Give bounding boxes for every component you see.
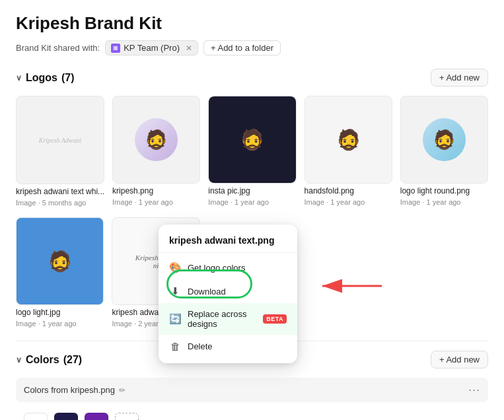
color-swatch-purple[interactable] [85,413,108,420]
context-menu-title: kripesh adwani text.png [159,230,297,253]
page-title: Kripesh Brand Kit [16,13,488,34]
menu-label-get-logo-colors: Get logo colors [188,263,245,273]
dark-bg-visual: 🧔 [209,96,295,183]
list-item[interactable]: Kripesh Adwani kripesh adwani text whi..… [16,96,104,207]
logo-meta-2: Image · 1 year ago [112,198,200,206]
menu-item-delete[interactable]: 🗑 Delete [159,335,297,358]
logos-add-new-button[interactable]: + Add new [431,69,488,87]
palette-icon: 🎨 [169,262,181,273]
menu-label-replace: Replace across designs [188,309,254,329]
logo-thumb-4: 🧔 [305,96,392,184]
logo-name-5: logo light round.png [400,186,488,195]
team-tag-label: KP Team (Pro) [124,43,180,53]
colors-chevron-icon[interactable]: ∨ [16,355,22,365]
logo-meta-6: Image · 1 year ago [16,320,104,328]
logo-thumb-3: 🧔 [208,96,296,184]
logo-meta-1: Image · 5 months ago [16,199,104,207]
add-color-button[interactable]: + [115,413,139,420]
logo-meta-4: Image · 1 year ago [305,198,392,206]
logo-thumb-1: Kripesh Adwani [16,96,104,184]
menu-label-delete: Delete [188,341,213,351]
colors-from-label: Colors from kripesh.png ✏ [24,385,126,395]
beta-badge: BETA [263,314,287,324]
menu-label-download: Download [188,287,226,297]
logo-thumb-5: 🧔 [400,96,488,184]
logo-meta-3: Image · 1 year ago [208,198,296,206]
replace-icon: 🔄 [169,313,181,325]
team-tag[interactable]: ▦ KP Team (Pro) ✕ [105,40,198,55]
menu-item-get-logo-colors[interactable]: 🎨 Get logo colors [159,256,297,279]
pencil-icon[interactable]: ✏ [119,386,126,395]
logos-section-header: ∨ Logos (7) + Add new [16,69,488,87]
text-logo-visual: Kripesh Adwani [36,134,85,147]
shared-bar: Brand Kit shared with: ▦ KP Team (Pro) ✕… [16,40,488,55]
trash-icon: 🗑 [169,341,181,352]
logos-chevron-icon[interactable]: ∨ [16,73,22,83]
person-icon: 🧔 [240,128,264,151]
list-item[interactable]: 🧔 handsfold.png Image · 1 year ago [305,96,392,207]
color-swatch-darkblue[interactable] [54,413,78,420]
logos-count: (7) [61,72,75,84]
team-icon: ▦ [111,44,120,53]
add-to-folder-button[interactable]: + Add to a folder [203,40,281,55]
colors-title-text: Colors [26,354,59,366]
colors-add-new-button[interactable]: + Add new [431,351,488,368]
colors-count: (27) [63,354,82,366]
download-icon: ⬇ [169,285,181,297]
menu-item-replace[interactable]: 🔄 Replace across designs BETA [159,303,297,335]
logos-grid-row1: Kripesh Adwani kripesh adwani text whi..… [16,96,488,207]
shared-label: Brand Kit shared with: [16,43,100,53]
logo-thumb-6: 🧔 [16,217,104,305]
colors-from-bar: Colors from kripesh.png ✏ ··· [16,378,488,402]
list-item[interactable]: 🧔 insta pic.jpg Image · 1 year ago [208,96,296,207]
colors-section-title: ∨ Colors (27) [16,354,82,366]
list-item[interactable]: 🧔 logo light.jpg Image · 1 year ago [16,217,104,328]
color-swatches: + [16,409,488,420]
more-options-button[interactable]: ··· [468,383,480,397]
team-tag-close[interactable]: ✕ [186,44,192,53]
logo-name-6: logo light.jpg [16,308,104,317]
context-menu: kripesh adwani text.png 🎨 Get logo color… [159,225,297,363]
logos-title-text: Logos [26,72,57,84]
logos-section-title: ∨ Logos (7) [16,72,75,84]
logo-meta-5: Image · 1 year ago [400,198,488,206]
menu-item-download[interactable]: ⬇ Download [159,279,297,303]
colors-from-text: Colors from kripesh.png [24,385,115,395]
color-swatch-white[interactable] [24,413,48,420]
list-item[interactable]: 🧔 logo light round.png Image · 1 year ag… [400,96,488,207]
list-item[interactable]: 🧔 kripesh.png Image · 1 year ago [112,96,200,207]
logo-name-2: kripesh.png [112,186,200,195]
logo-name-1: kripesh adwani text whi... [16,187,104,196]
logo-thumb-2: 🧔 [112,96,200,184]
logo-name-3: insta pic.jpg [208,186,296,195]
logo-name-4: handsfold.png [305,186,392,195]
